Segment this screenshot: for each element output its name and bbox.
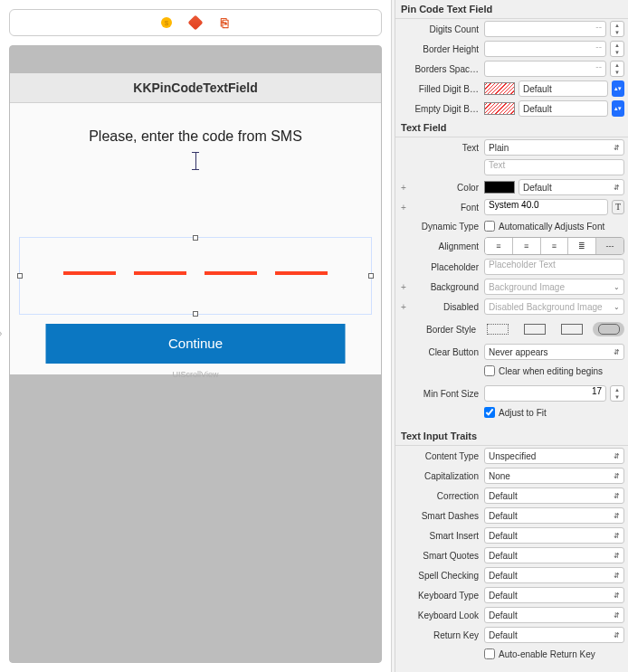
smart-dashes-select[interactable]: Default⇵	[484, 507, 624, 524]
font-picker-icon[interactable]: T	[612, 200, 624, 214]
resize-handle-bottom[interactable]	[193, 311, 198, 317]
min-font-label: Min Font Size	[408, 389, 484, 399]
exit-icon[interactable]: ⎘	[218, 16, 231, 29]
smart-insert-label: Smart Insert	[408, 531, 484, 541]
alignment-label: Alignment	[408, 241, 484, 251]
align-justify[interactable]: ≣	[568, 238, 596, 254]
auto-return-checkbox[interactable]	[484, 648, 495, 659]
align-left[interactable]: ≡	[485, 238, 513, 254]
placeholder-label: Placeholder	[408, 262, 484, 272]
device-canvas[interactable]: KKPinCodeTextField Please, enter the cod…	[9, 45, 382, 663]
border-height-input[interactable]: --	[484, 41, 606, 57]
color-select[interactable]: Default⇵	[519, 179, 624, 195]
add-icon[interactable]: +	[399, 282, 408, 292]
borders-space-label: Borders Spac…	[408, 64, 484, 74]
borders-space-input[interactable]: --	[484, 61, 606, 77]
selection-outline[interactable]	[19, 237, 372, 315]
section-traits: Text Input Traits	[395, 427, 628, 446]
add-icon[interactable]: +	[399, 203, 408, 213]
content-type-select[interactable]: Unspecified⇵	[484, 448, 624, 464]
color-label: Color	[408, 183, 484, 193]
dropdown-icon[interactable]: ▴▾	[612, 80, 624, 97]
align-center[interactable]: ≡	[513, 238, 541, 254]
dropdown-icon[interactable]: ▴▾	[612, 100, 624, 117]
border-rounded[interactable]	[593, 322, 624, 336]
text-label: Text	[408, 143, 484, 153]
subtitle-label: Please, enter the code from SMS	[10, 128, 381, 145]
disabled-select[interactable]: Disabled Background Image⌄	[484, 298, 624, 315]
expand-arrow-icon[interactable]: ›	[0, 326, 3, 340]
add-icon[interactable]: +	[399, 183, 408, 193]
clear-button-label: Clear Button	[408, 347, 484, 357]
background-select[interactable]: Background Image⌄	[484, 279, 624, 295]
empty-digit-swatch[interactable]	[484, 102, 515, 115]
border-style-label: Border Style	[408, 325, 481, 335]
return-key-label: Return Key	[408, 630, 484, 640]
correction-select[interactable]: Default⇵	[484, 487, 624, 504]
border-line[interactable]	[519, 322, 550, 336]
text-input[interactable]: Text	[484, 159, 624, 175]
scrollview-label: UIScrollView	[10, 370, 381, 379]
empty-digit-label: Empty Digit B…	[408, 104, 484, 114]
alignment-segmented: ≡ ≡ ≡ ≣ ---	[484, 237, 624, 255]
canvas-toolbar: $ ⎘	[9, 9, 382, 36]
continue-button[interactable]: Continue	[46, 324, 346, 364]
pin-slot	[275, 271, 328, 275]
content-type-label: Content Type	[408, 451, 484, 461]
text-type-select[interactable]: Plain⇵	[484, 139, 624, 156]
resize-handle-top[interactable]	[193, 235, 198, 241]
color-swatch[interactable]	[484, 181, 515, 194]
placeholder-input[interactable]: Placeholder Text	[484, 259, 624, 275]
cube-icon[interactable]	[189, 16, 202, 29]
text-cursor-icon	[195, 152, 196, 170]
smart-dashes-label: Smart Dashes	[408, 511, 484, 521]
digits-count-label: Digits Count	[408, 24, 484, 34]
dynamic-type-checkbox[interactable]	[484, 221, 495, 232]
smart-insert-select[interactable]: Default⇵	[484, 527, 624, 544]
adjust-fit-checkbox[interactable]	[484, 407, 495, 418]
min-font-input[interactable]: 17	[484, 385, 606, 402]
keyboard-type-label: Keyboard Type	[408, 591, 484, 601]
align-right[interactable]: ≡	[541, 238, 569, 254]
filled-digit-label: Filled Digit B…	[408, 84, 484, 94]
dynamic-type-label: Dynamic Type	[408, 222, 484, 232]
pin-slot	[134, 271, 186, 275]
align-natural[interactable]: ---	[596, 238, 623, 254]
border-height-stepper[interactable]: ▲▼	[610, 41, 624, 57]
border-bezel[interactable]	[556, 322, 587, 336]
digits-count-input[interactable]: --	[484, 21, 606, 37]
empty-digit-select[interactable]: Default	[519, 100, 608, 117]
smart-quotes-select[interactable]: Default⇵	[484, 547, 624, 563]
keyboard-look-label: Keyboard Look	[408, 610, 484, 620]
coin-icon[interactable]: $	[160, 16, 173, 29]
border-height-label: Border Height	[408, 44, 484, 54]
capitalization-select[interactable]: None⇵	[484, 468, 624, 484]
keyboard-look-select[interactable]: Default⇵	[484, 607, 624, 623]
digits-count-stepper[interactable]: ▲▼	[610, 21, 624, 37]
correction-label: Correction	[408, 491, 484, 501]
disabled-label: Disabled	[408, 302, 484, 312]
clear-button-select[interactable]: Never appears⇵	[484, 344, 624, 360]
inspector-panel: Pin Code Text Field Digits Count--▲▼ Bor…	[395, 0, 628, 672]
border-none[interactable]	[481, 322, 513, 336]
pin-slot	[205, 271, 257, 275]
filled-digit-swatch[interactable]	[484, 82, 515, 95]
add-icon[interactable]: +	[399, 302, 408, 312]
nav-title: KKPinCodeTextField	[10, 73, 381, 103]
spell-checking-label: Spell Checking	[408, 571, 484, 581]
return-key-select[interactable]: Default⇵	[484, 627, 624, 643]
section-text-field: Text Field	[395, 118, 628, 137]
section-pin-code: Pin Code Text Field	[395, 0, 628, 19]
keyboard-type-select[interactable]: Default⇵	[484, 587, 624, 603]
capitalization-label: Capitalization	[408, 471, 484, 481]
clear-editing-checkbox[interactable]	[484, 365, 495, 376]
font-input[interactable]: System 40.0	[484, 199, 608, 215]
smart-quotes-label: Smart Quotes	[408, 551, 484, 561]
background-label: Background	[408, 282, 484, 292]
font-label: Font	[408, 203, 484, 213]
min-font-stepper[interactable]: ▲▼	[610, 385, 624, 402]
filled-digit-select[interactable]: Default	[519, 80, 608, 97]
pin-code-field[interactable]	[10, 271, 381, 275]
borders-space-stepper[interactable]: ▲▼	[610, 61, 624, 77]
spell-checking-select[interactable]: Default⇵	[484, 567, 624, 583]
